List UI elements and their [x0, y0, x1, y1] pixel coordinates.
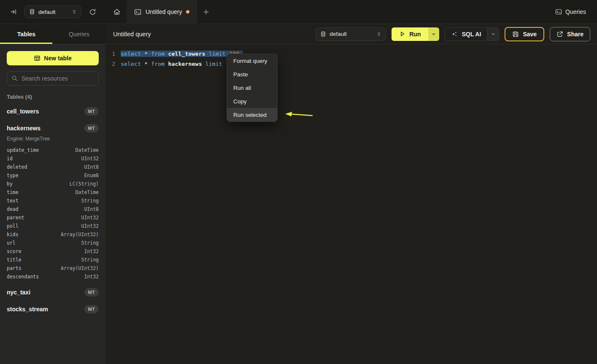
unsaved-dot — [186, 10, 189, 13]
menu-item-run-all[interactable]: Run all — [227, 81, 277, 94]
column-type: DateTime — [76, 147, 99, 153]
topbar: default — [0, 0, 597, 24]
table-grid-icon — [34, 55, 41, 62]
new-tab-button[interactable] — [202, 8, 210, 16]
refresh-button[interactable] — [88, 8, 97, 16]
column-name: parts — [7, 265, 22, 271]
code-line[interactable]: select·*·from·cell_towers·limit·100· — [121, 49, 243, 59]
run-options-chevron[interactable] — [428, 27, 439, 41]
run-button-main: Run — [392, 27, 428, 41]
queries-button[interactable]: Queries — [555, 8, 586, 15]
column-row[interactable]: partsArray(UInt32) — [7, 264, 99, 272]
column-row[interactable]: titleString — [7, 256, 99, 264]
column-name: time — [7, 189, 19, 195]
table-row-hackernews[interactable]: hackernews MT — [7, 123, 99, 134]
engine-badge: MT — [84, 124, 99, 132]
column-row[interactable]: typeEnum8 — [7, 171, 99, 180]
query-title: Untitled query — [113, 31, 151, 38]
column-type: LC(String) — [70, 181, 99, 187]
column-row[interactable]: deletedUInt8 — [7, 163, 99, 171]
column-type: Array(UInt32) — [61, 265, 99, 271]
line-number: 1 — [105, 49, 115, 59]
sparkles-icon — [451, 31, 458, 38]
line-number: 2 — [105, 59, 115, 69]
column-name: descendants — [7, 274, 39, 280]
code-line[interactable]: select * from hackernews limit — [121, 59, 243, 69]
column-row[interactable]: scoreInt32 — [7, 247, 99, 256]
column-row[interactable]: idUInt32 — [7, 154, 99, 163]
tables-section-title: Tables (4) — [7, 94, 99, 100]
column-row[interactable]: descendantsInt32 — [7, 272, 99, 281]
sql-ai-chevron[interactable] — [487, 28, 499, 40]
save-button[interactable]: Save — [505, 27, 544, 41]
column-list: update_timeDateTimeidUInt32deletedUInt8t… — [7, 146, 99, 281]
database-selector[interactable]: default — [24, 5, 81, 18]
sql-editor[interactable]: 12 select·*·from·cell_towers·limit·100·s… — [105, 44, 597, 69]
share-icon — [556, 31, 563, 38]
column-type: UInt32 — [81, 156, 99, 162]
sidebar-toggle-button[interactable] — [9, 8, 18, 16]
menu-item-copy[interactable]: Copy — [227, 94, 277, 108]
column-name: text — [7, 198, 19, 204]
column-type: UInt32 — [81, 223, 99, 229]
sql-ai-label: SQL AI — [462, 31, 481, 38]
engine-label: Engine: MergeTree — [7, 136, 99, 142]
save-icon — [512, 31, 519, 38]
engine-badge: MT — [84, 288, 99, 297]
database-selector-value: default — [38, 9, 56, 15]
new-table-button[interactable]: New table — [7, 51, 99, 65]
active-tab-underline — [0, 43, 52, 44]
table-name: cell_towers — [7, 108, 39, 115]
toolbar: default Run — [316, 27, 590, 41]
play-icon — [399, 31, 405, 37]
table-row-nyc-taxi[interactable]: nyc_taxi MT — [7, 287, 99, 298]
home-tab-button[interactable] — [112, 7, 122, 16]
menu-item-run-selected[interactable]: Run selected — [227, 108, 277, 121]
share-button[interactable]: Share — [550, 27, 590, 41]
table-row-stocks-stream[interactable]: stocks_stream MT — [7, 304, 99, 315]
chevron-updown-icon — [72, 9, 77, 15]
column-name: title — [7, 257, 22, 263]
column-row[interactable]: pollUInt32 — [7, 222, 99, 230]
queries-button-label: Queries — [565, 8, 586, 15]
column-type: DateTime — [76, 189, 99, 195]
save-button-label: Save — [523, 31, 537, 38]
search-input[interactable] — [7, 71, 99, 86]
column-type: String — [81, 257, 99, 263]
column-name: url — [7, 240, 16, 246]
table-name: stocks_stream — [7, 306, 48, 313]
toolbar-database-selector[interactable]: default — [316, 27, 386, 41]
column-type: Int32 — [84, 274, 99, 280]
column-row[interactable]: textString — [7, 197, 99, 205]
column-type: UInt32 — [81, 215, 99, 221]
terminal-icon — [134, 8, 141, 16]
topbar-left: default — [0, 0, 105, 24]
query-header: Untitled query default — [105, 24, 597, 44]
column-row[interactable]: deadUInt8 — [7, 205, 99, 213]
tab-label: Untitled query — [146, 8, 182, 15]
column-row[interactable]: timeDateTime — [7, 188, 99, 197]
column-name: poll — [7, 223, 19, 229]
column-name: dead — [7, 206, 19, 212]
sql-ai-button[interactable]: SQL AI — [445, 27, 499, 41]
column-name: deleted — [7, 164, 27, 170]
column-type: UInt8 — [84, 206, 99, 212]
column-row[interactable]: urlString — [7, 239, 99, 247]
column-row[interactable]: parentUInt32 — [7, 213, 99, 222]
column-row[interactable]: update_timeDateTime — [7, 146, 99, 154]
share-button-label: Share — [567, 31, 583, 38]
column-row[interactable]: kidsArray(UInt32) — [7, 230, 99, 239]
column-type: Int32 — [84, 248, 99, 254]
tab-queries[interactable]: Queries — [53, 24, 105, 44]
table-row-cell-towers[interactable]: cell_towers MT — [7, 106, 99, 117]
annotation-arrow-icon — [281, 111, 314, 119]
tab-tables[interactable]: Tables — [0, 24, 53, 44]
column-name: update_time — [7, 147, 39, 153]
run-button[interactable]: Run — [392, 27, 439, 41]
tab-untitled-query[interactable]: Untitled query — [127, 0, 197, 24]
menu-item-format-query[interactable]: Format query — [227, 54, 277, 67]
editor-code[interactable]: select·*·from·cell_towers·limit·100·sele… — [121, 49, 243, 69]
context-menu: Format queryPasteRun allCopyRun selected — [227, 54, 278, 122]
menu-item-paste[interactable]: Paste — [227, 67, 277, 81]
column-row[interactable]: byLC(String) — [7, 180, 99, 188]
